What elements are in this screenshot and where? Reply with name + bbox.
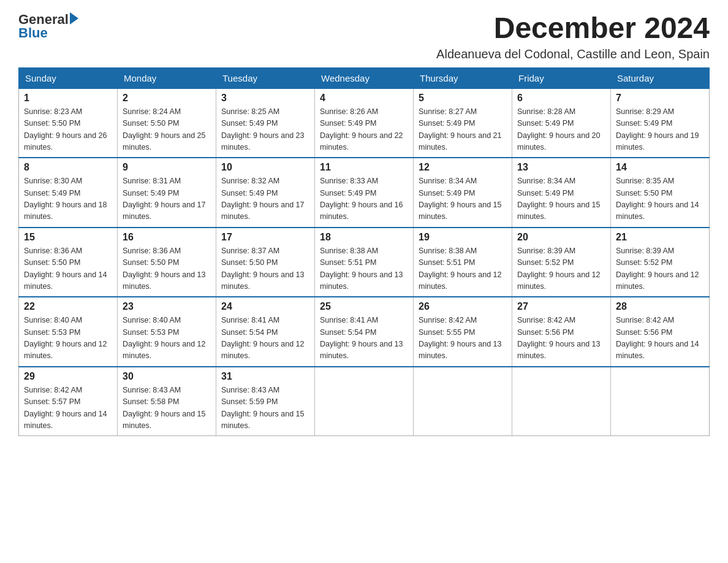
day-info: Sunrise: 8:34 AMSunset: 5:49 PMDaylight:… — [517, 175, 605, 223]
day-number: 19 — [419, 232, 507, 243]
calendar-day-cell: 15Sunrise: 8:36 AMSunset: 5:50 PMDayligh… — [19, 228, 118, 297]
logo-arrow-icon — [70, 12, 78, 25]
day-number: 29 — [24, 371, 112, 382]
day-number: 10 — [221, 162, 309, 173]
day-info: Sunrise: 8:33 AMSunset: 5:49 PMDaylight:… — [320, 175, 408, 223]
day-info: Sunrise: 8:40 AMSunset: 5:53 PMDaylight:… — [123, 315, 211, 362]
calendar-day-cell: 20Sunrise: 8:39 AMSunset: 5:52 PMDayligh… — [512, 228, 611, 297]
day-info: Sunrise: 8:42 AMSunset: 5:55 PMDaylight:… — [419, 315, 507, 362]
day-info: Sunrise: 8:40 AMSunset: 5:53 PMDaylight:… — [24, 315, 112, 362]
calendar-day-cell: 29Sunrise: 8:42 AMSunset: 5:57 PMDayligh… — [19, 367, 118, 436]
calendar-day-cell: 10Sunrise: 8:32 AMSunset: 5:49 PMDayligh… — [216, 158, 315, 228]
weekday-header-thursday: Thursday — [414, 67, 512, 88]
weekday-header-tuesday: Tuesday — [216, 67, 315, 88]
location-subtitle: Aldeanueva del Codonal, Castille and Leo… — [436, 47, 710, 61]
day-number: 2 — [123, 93, 211, 104]
calendar-day-cell: 28Sunrise: 8:42 AMSunset: 5:56 PMDayligh… — [611, 297, 710, 367]
day-number: 5 — [419, 93, 507, 104]
calendar-week-row: 29Sunrise: 8:42 AMSunset: 5:57 PMDayligh… — [19, 367, 710, 436]
day-number: 3 — [221, 93, 309, 104]
calendar-day-cell: 16Sunrise: 8:36 AMSunset: 5:50 PMDayligh… — [118, 228, 216, 297]
day-info: Sunrise: 8:23 AMSunset: 5:50 PMDaylight:… — [24, 106, 112, 154]
day-info: Sunrise: 8:25 AMSunset: 5:49 PMDaylight:… — [221, 106, 309, 154]
day-info: Sunrise: 8:37 AMSunset: 5:50 PMDaylight:… — [221, 245, 309, 293]
day-number: 16 — [123, 232, 211, 243]
calendar-week-row: 8Sunrise: 8:30 AMSunset: 5:49 PMDaylight… — [19, 158, 710, 228]
calendar-day-cell — [512, 367, 611, 436]
day-info: Sunrise: 8:43 AMSunset: 5:59 PMDaylight:… — [221, 385, 309, 432]
calendar-day-cell: 1Sunrise: 8:23 AMSunset: 5:50 PMDaylight… — [19, 88, 118, 158]
day-number: 11 — [320, 162, 408, 173]
day-info: Sunrise: 8:39 AMSunset: 5:52 PMDaylight:… — [616, 245, 704, 293]
day-number: 31 — [221, 371, 309, 382]
calendar-header-row: SundayMondayTuesdayWednesdayThursdayFrid… — [19, 67, 710, 88]
calendar-day-cell — [315, 367, 414, 436]
day-info: Sunrise: 8:41 AMSunset: 5:54 PMDaylight:… — [221, 315, 309, 362]
day-number: 30 — [123, 371, 211, 382]
day-info: Sunrise: 8:30 AMSunset: 5:49 PMDaylight:… — [24, 175, 112, 223]
calendar-day-cell: 30Sunrise: 8:43 AMSunset: 5:58 PMDayligh… — [118, 367, 216, 436]
day-number: 27 — [517, 301, 605, 312]
calendar-day-cell: 12Sunrise: 8:34 AMSunset: 5:49 PMDayligh… — [414, 158, 512, 228]
calendar-day-cell: 22Sunrise: 8:40 AMSunset: 5:53 PMDayligh… — [19, 297, 118, 367]
day-number: 18 — [320, 232, 408, 243]
calendar-day-cell — [611, 367, 710, 436]
calendar-day-cell: 11Sunrise: 8:33 AMSunset: 5:49 PMDayligh… — [315, 158, 414, 228]
day-number: 14 — [616, 162, 704, 173]
day-info: Sunrise: 8:42 AMSunset: 5:57 PMDaylight:… — [24, 385, 112, 432]
calendar-day-cell: 6Sunrise: 8:28 AMSunset: 5:49 PMDaylight… — [512, 88, 611, 158]
calendar-week-row: 15Sunrise: 8:36 AMSunset: 5:50 PMDayligh… — [19, 228, 710, 297]
calendar-day-cell: 27Sunrise: 8:42 AMSunset: 5:56 PMDayligh… — [512, 297, 611, 367]
calendar-day-cell: 19Sunrise: 8:38 AMSunset: 5:51 PMDayligh… — [414, 228, 512, 297]
day-info: Sunrise: 8:36 AMSunset: 5:50 PMDaylight:… — [123, 245, 211, 293]
day-number: 7 — [616, 93, 704, 104]
day-info: Sunrise: 8:42 AMSunset: 5:56 PMDaylight:… — [517, 315, 605, 362]
weekday-header-wednesday: Wednesday — [315, 67, 414, 88]
day-number: 20 — [517, 232, 605, 243]
day-number: 17 — [221, 232, 309, 243]
day-number: 15 — [24, 232, 112, 243]
page-header: General Blue December 2024 Aldeanueva de… — [18, 12, 710, 61]
day-info: Sunrise: 8:34 AMSunset: 5:49 PMDaylight:… — [419, 175, 507, 223]
day-info: Sunrise: 8:38 AMSunset: 5:51 PMDaylight:… — [419, 245, 507, 293]
calendar-day-cell: 24Sunrise: 8:41 AMSunset: 5:54 PMDayligh… — [216, 297, 315, 367]
day-info: Sunrise: 8:39 AMSunset: 5:52 PMDaylight:… — [517, 245, 605, 293]
day-info: Sunrise: 8:43 AMSunset: 5:58 PMDaylight:… — [123, 385, 211, 432]
day-number: 24 — [221, 301, 309, 312]
day-info: Sunrise: 8:27 AMSunset: 5:49 PMDaylight:… — [419, 106, 507, 154]
day-number: 13 — [517, 162, 605, 173]
calendar-day-cell: 3Sunrise: 8:25 AMSunset: 5:49 PMDaylight… — [216, 88, 315, 158]
day-number: 1 — [24, 93, 112, 104]
day-number: 28 — [616, 301, 704, 312]
day-info: Sunrise: 8:24 AMSunset: 5:50 PMDaylight:… — [123, 106, 211, 154]
weekday-header-saturday: Saturday — [611, 67, 710, 88]
calendar-day-cell: 18Sunrise: 8:38 AMSunset: 5:51 PMDayligh… — [315, 228, 414, 297]
calendar-day-cell: 14Sunrise: 8:35 AMSunset: 5:50 PMDayligh… — [611, 158, 710, 228]
month-title: December 2024 — [436, 12, 710, 45]
title-block: December 2024 Aldeanueva del Codonal, Ca… — [436, 12, 710, 61]
day-number: 9 — [123, 162, 211, 173]
calendar-day-cell: 23Sunrise: 8:40 AMSunset: 5:53 PMDayligh… — [118, 297, 216, 367]
day-info: Sunrise: 8:42 AMSunset: 5:56 PMDaylight:… — [616, 315, 704, 362]
calendar-day-cell: 26Sunrise: 8:42 AMSunset: 5:55 PMDayligh… — [414, 297, 512, 367]
day-number: 8 — [24, 162, 112, 173]
weekday-header-friday: Friday — [512, 67, 611, 88]
day-info: Sunrise: 8:32 AMSunset: 5:49 PMDaylight:… — [221, 175, 309, 223]
day-info: Sunrise: 8:38 AMSunset: 5:51 PMDaylight:… — [320, 245, 408, 293]
calendar-week-row: 1Sunrise: 8:23 AMSunset: 5:50 PMDaylight… — [19, 88, 710, 158]
day-info: Sunrise: 8:28 AMSunset: 5:49 PMDaylight:… — [517, 106, 605, 154]
day-number: 25 — [320, 301, 408, 312]
day-number: 23 — [123, 301, 211, 312]
calendar-day-cell: 17Sunrise: 8:37 AMSunset: 5:50 PMDayligh… — [216, 228, 315, 297]
calendar-day-cell: 7Sunrise: 8:29 AMSunset: 5:49 PMDaylight… — [611, 88, 710, 158]
day-number: 6 — [517, 93, 605, 104]
calendar-table: SundayMondayTuesdayWednesdayThursdayFrid… — [18, 67, 710, 437]
calendar-day-cell: 13Sunrise: 8:34 AMSunset: 5:49 PMDayligh… — [512, 158, 611, 228]
day-info: Sunrise: 8:29 AMSunset: 5:49 PMDaylight:… — [616, 106, 704, 154]
day-info: Sunrise: 8:35 AMSunset: 5:50 PMDaylight:… — [616, 175, 704, 223]
day-info: Sunrise: 8:26 AMSunset: 5:49 PMDaylight:… — [320, 106, 408, 154]
calendar-day-cell: 31Sunrise: 8:43 AMSunset: 5:59 PMDayligh… — [216, 367, 315, 436]
calendar-day-cell: 25Sunrise: 8:41 AMSunset: 5:54 PMDayligh… — [315, 297, 414, 367]
day-number: 12 — [419, 162, 507, 173]
weekday-header-sunday: Sunday — [19, 67, 118, 88]
